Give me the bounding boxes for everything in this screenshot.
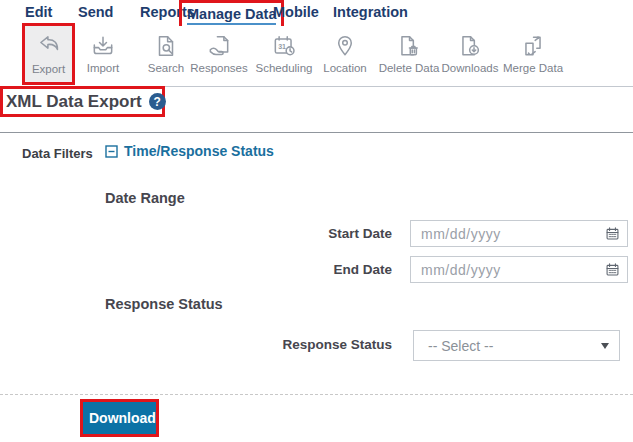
nav-item-edit[interactable]: Edit: [25, 4, 52, 20]
toolbar-item-label: Merge Data: [503, 62, 563, 74]
delete-data-icon: [396, 33, 422, 59]
toolbar-item-label: Search: [148, 62, 184, 74]
toolbar-item-merge-data[interactable]: Merge Data: [497, 33, 569, 74]
annotation-box-title: XML Data Export ?: [0, 86, 165, 117]
filter-group-label: Time/Response Status: [124, 143, 274, 159]
toolbar-item-label: Import: [87, 62, 120, 74]
start-date-field: [410, 220, 628, 247]
nav-item-send[interactable]: Send: [78, 4, 113, 20]
page-title: XML Data Export: [6, 92, 142, 112]
search-icon: [153, 33, 179, 59]
nav-item-mobile[interactable]: Mobile: [273, 4, 319, 20]
scheduling-icon: 31: [271, 33, 297, 59]
toolbar-item-location[interactable]: Location: [309, 33, 381, 74]
toolbar-item-downloads[interactable]: Downloads: [434, 33, 506, 74]
toolbar-item-label: Location: [323, 62, 366, 74]
export-icon: [36, 33, 62, 61]
downloads-icon: [457, 33, 483, 59]
svg-text:31: 31: [278, 43, 286, 50]
select-value: -- Select --: [428, 338, 601, 354]
toolbar-item-label: Scheduling: [256, 62, 313, 74]
responses-icon: [206, 33, 232, 59]
start-date-label: Start Date: [260, 226, 392, 241]
end-date-input[interactable]: [411, 257, 605, 282]
footer-divider: [0, 394, 633, 395]
toolbar-item-label: Downloads: [442, 62, 499, 74]
calendar-icon[interactable]: [605, 262, 620, 277]
end-date-label: End Date: [260, 262, 392, 277]
toolbar-item-label: Export: [32, 63, 65, 75]
title-divider: [0, 132, 633, 133]
xml-data-export-screen: Edit Send Reports Manage Data Mobile Int…: [0, 0, 633, 442]
end-date-field: [410, 256, 628, 283]
nav-item-integration[interactable]: Integration: [333, 4, 408, 20]
location-icon: [332, 33, 358, 59]
data-filters-label: Data Filters: [22, 146, 93, 161]
import-icon: [90, 33, 116, 59]
filter-group-toggle[interactable]: Time/Response Status: [105, 143, 274, 159]
date-range-heading: Date Range: [105, 190, 185, 206]
toolbar-item-import[interactable]: Import: [67, 33, 139, 74]
calendar-icon[interactable]: [605, 226, 620, 241]
merge-data-icon: [520, 33, 546, 59]
top-nav: Edit Send Reports Manage Data Mobile Int…: [0, 0, 633, 27]
minus-box-icon: [105, 145, 118, 158]
toolbar-item-responses[interactable]: Responses: [183, 33, 255, 74]
help-icon[interactable]: ?: [149, 93, 166, 110]
download-button[interactable]: Download: [83, 402, 156, 434]
annotation-box-download: Download: [80, 399, 159, 437]
annotation-box-manage-data: Manage Data: [179, 0, 284, 29]
start-date-input[interactable]: [411, 221, 605, 246]
manage-data-toolbar: Export Import Search: [0, 26, 633, 87]
response-status-label: Response Status: [260, 337, 392, 352]
toolbar-item-label: Responses: [190, 62, 248, 74]
nav-item-manage-data[interactable]: Manage Data: [187, 6, 276, 25]
chevron-down-icon: [601, 343, 609, 349]
toolbar-item-label: Delete Data: [379, 62, 440, 74]
response-status-heading: Response Status: [105, 296, 223, 312]
response-status-select[interactable]: -- Select --: [413, 330, 620, 361]
